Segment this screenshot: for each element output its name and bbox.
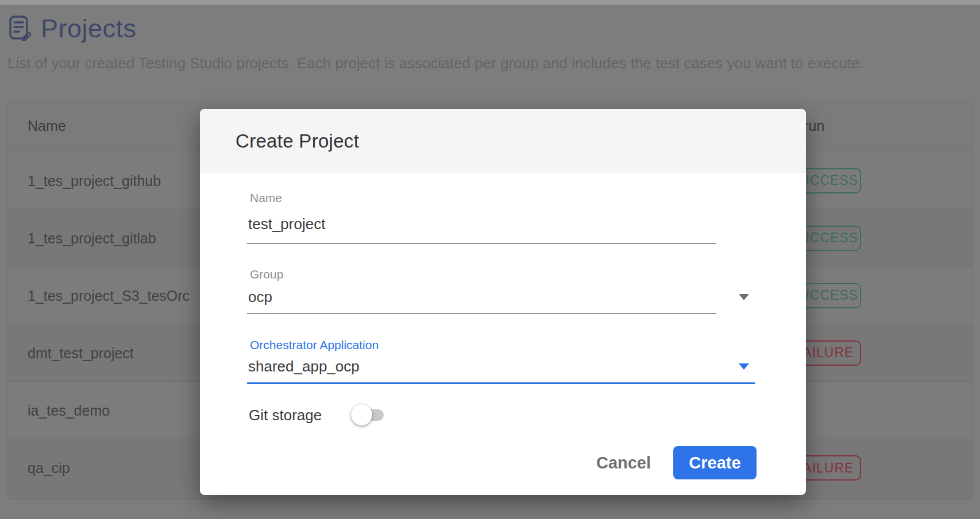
group-field-label: Group: [250, 268, 283, 281]
git-storage-label: Git storage: [249, 406, 322, 424]
cancel-button[interactable]: Cancel: [585, 452, 662, 473]
name-input[interactable]: test_project: [248, 215, 325, 233]
project-name-cell: 1_tes_project_S3_tesOrc: [28, 287, 190, 304]
column-header-name: Name: [28, 118, 66, 134]
orchestrator-dropdown-caret-icon[interactable]: [739, 363, 749, 370]
project-name-cell: dmt_test_project: [28, 344, 134, 361]
project-name-cell: ia_tes_demo: [28, 402, 110, 419]
dialog-title: Create Project: [236, 130, 359, 152]
project-name-cell: qa_cip: [28, 460, 70, 477]
page-header: Projects: [8, 14, 137, 44]
create-project-dialog: Create Project Name test_project Group o…: [200, 109, 806, 495]
project-name-cell: 1_tes_project_github: [28, 172, 161, 189]
page-title: Projects: [41, 14, 137, 44]
projects-note-edit-icon: [8, 15, 33, 43]
dialog-header: Create Project: [200, 109, 806, 173]
create-button[interactable]: Create: [673, 446, 757, 479]
group-select-underline: [247, 313, 716, 314]
orchestrator-select-underline: [247, 382, 755, 384]
orchestrator-field-label: Orchestrator Application: [250, 338, 379, 352]
project-name-cell: 1_tes_project_gitlab: [28, 230, 156, 246]
top-app-strip: [0, 0, 980, 5]
group-select[interactable]: ocp: [248, 288, 272, 306]
git-storage-toggle-knob[interactable]: [351, 404, 372, 425]
name-field-label: Name: [250, 191, 282, 205]
orchestrator-select[interactable]: shared_app_ocp: [248, 358, 360, 375]
group-dropdown-caret-icon[interactable]: [739, 294, 749, 300]
page-subtitle: List of your created Testing Studio proj…: [7, 55, 927, 72]
name-input-underline: [247, 243, 716, 244]
